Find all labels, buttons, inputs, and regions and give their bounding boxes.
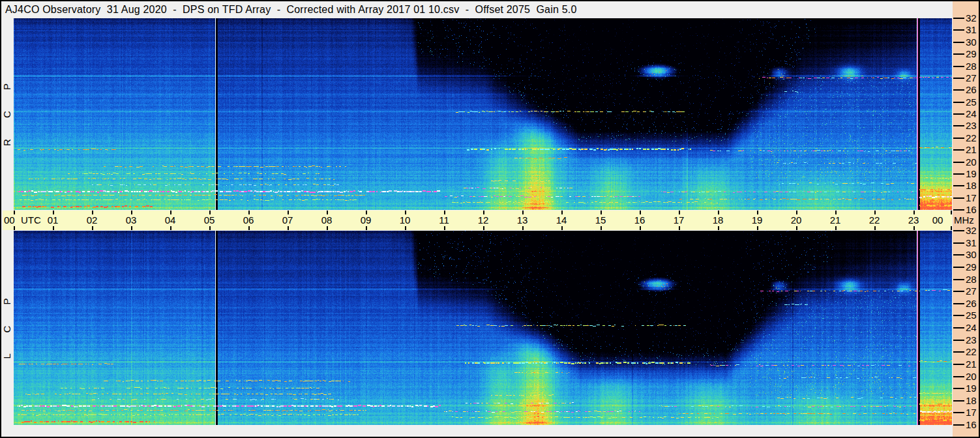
freq-tick [953,185,964,186]
freq-tick-label: 24 [966,323,977,333]
hour-tick [248,226,250,230]
mhz-unit-label: MHz [954,215,974,226]
panel-label-rcp: R C P [0,18,14,210]
freq-tick-label: 17 [966,407,977,418]
hour-label: 19 [752,215,763,226]
title-bar: AJ4CO Observatory 31 Aug 2020 - DPS on T… [1,1,953,18]
spectrogram-rcp [14,18,952,210]
freq-tick-label: 29 [966,49,977,59]
hour-label: 08 [321,215,333,226]
hour-tick [444,226,445,230]
freq-tick [953,364,964,365]
hour-label: 09 [361,215,372,226]
freq-tick-label: 18 [966,181,977,191]
freq-tick [953,340,964,341]
freq-tick-label: 32 [966,13,977,23]
freq-tick-label: 25 [966,310,977,321]
freq-tick-label: 27 [966,73,977,83]
freq-tick-label: 24 [966,109,977,119]
freq-tick [953,197,964,199]
hour-tick [327,226,328,230]
hour-label: 17 [674,215,685,226]
freq-tick [953,29,964,31]
hour-tick [131,226,132,230]
hour-tick [679,226,680,230]
freq-tick-label: 20 [966,157,977,168]
freq-tick [953,388,964,389]
utc-unit-label: UTC [21,215,41,226]
freq-tick [953,18,964,19]
hour-tick [209,226,211,230]
freq-tick [953,125,964,126]
hour-tick [522,226,524,230]
freq-tick [953,230,964,231]
hour-tick [53,226,54,230]
freq-tick [953,254,964,256]
freq-tick-label: 18 [966,396,977,406]
freq-tick [953,113,964,115]
freq-tick-label: 19 [966,383,977,394]
hour-tick [561,226,563,230]
spectrogram-lcp [14,231,952,425]
time-axis: 0001020304050607080910111213141516171819… [3,211,952,230]
freq-tick [953,267,964,268]
hour-tick [951,226,952,230]
hour-tick [288,226,289,230]
freq-tick [953,376,964,377]
hour-label: 21 [830,215,841,226]
panel-label-lcp: L C P [0,231,14,425]
hour-label: 02 [87,215,98,226]
freq-tick [953,138,964,139]
window-title: AJ4CO Observatory 31 Aug 2020 - DPS on T… [1,4,577,16]
freq-tick-label: 16 [966,420,977,430]
freq-tick [953,315,964,316]
freq-tick-label: 29 [966,262,977,272]
freq-tick [953,303,964,304]
freq-tick-label: 23 [966,121,977,131]
freq-tick [953,400,964,402]
freq-tick-label: 23 [966,335,977,345]
hour-tick [170,226,171,230]
hour-tick [601,226,602,230]
freq-tick-label: 30 [966,37,977,48]
hour-tick [14,226,15,230]
hour-tick [796,226,797,230]
hour-label: 22 [869,215,880,226]
hour-label: 12 [478,215,489,226]
hour-label: 13 [517,215,528,226]
freq-tick-label: 32 [966,226,977,236]
hour-label: 11 [439,215,449,226]
freq-tick [953,162,964,163]
hour-label: 07 [282,215,293,226]
hour-tick [718,226,719,230]
hour-label: 14 [556,215,567,226]
freq-tick-label: 17 [966,193,977,203]
freq-tick [953,78,964,79]
freq-tick [953,102,964,103]
freq-tick [953,242,964,244]
hour-label: 00 [4,215,15,226]
freq-tick-label: 28 [966,61,977,72]
freq-tick [953,53,964,55]
hour-label: 04 [165,215,176,226]
hour-tick [835,226,837,230]
hour-label: 18 [713,215,724,226]
freq-tick-label: 16 [966,205,977,215]
hour-tick [913,226,915,230]
freq-tick-label: 26 [966,85,977,95]
hour-label: 15 [595,215,606,226]
freq-tick [953,173,964,175]
hour-tick [757,226,758,230]
freq-tick-label: 26 [966,299,977,309]
rcp-polarization-label: R C P [1,82,12,145]
freq-tick [953,149,964,151]
hour-label: 01 [48,215,59,226]
freq-tick-label: 27 [966,286,977,297]
freq-tick [953,424,964,426]
freq-tick-label: 21 [966,145,977,155]
freq-tick-label: 31 [966,25,977,35]
freq-tick [953,279,964,280]
hour-tick [92,226,93,230]
freq-tick [953,66,964,67]
hour-label: 03 [126,215,137,226]
